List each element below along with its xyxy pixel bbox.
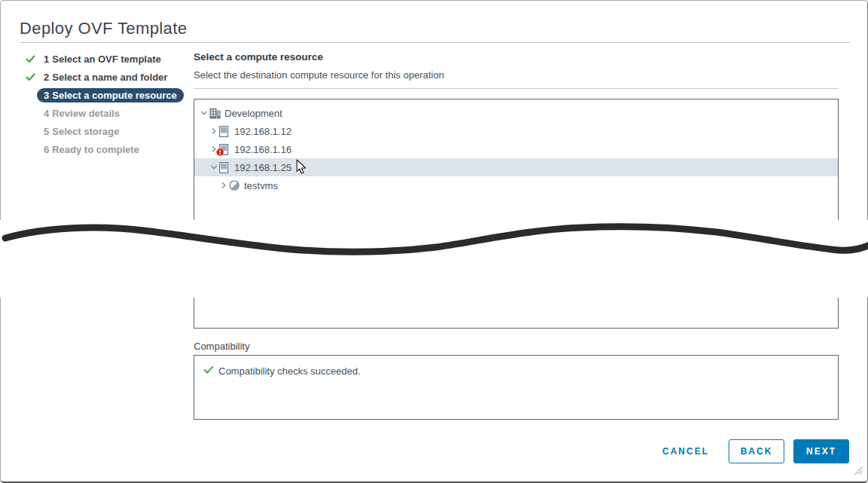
compatibility-label: Compatibility: [194, 341, 249, 352]
content-heading: Select a compute resource: [194, 51, 323, 63]
resource-pool-icon: [229, 180, 242, 191]
wizard-footer: CANCEL BACK NEXT: [652, 439, 849, 463]
active-step-pill: 3Select a compute resource: [37, 88, 184, 102]
cursor-arrow-icon: [296, 159, 308, 179]
tree-node-label: Development: [225, 108, 283, 119]
cancel-button[interactable]: CANCEL: [652, 439, 720, 463]
back-button[interactable]: BACK: [729, 439, 784, 463]
next-button[interactable]: NEXT: [793, 439, 849, 463]
step-number: 3: [44, 90, 49, 101]
compatibility-panel: Compatibility checks succeeded.: [194, 355, 839, 420]
wizard-step-select-name-folder[interactable]: 2Select a name and folder: [26, 68, 188, 86]
step-number: 6: [44, 144, 49, 155]
check-icon: [203, 365, 214, 377]
check-icon: [26, 73, 37, 81]
step-number: 5: [44, 126, 49, 137]
tree-node-label: testvms: [244, 180, 278, 191]
step-number: 2: [44, 72, 49, 83]
step-number: 1: [44, 53, 49, 65]
wizard-step-ready-to-complete: 6Ready to complete: [26, 140, 188, 158]
content-divider: [194, 88, 839, 89]
title-divider: [20, 42, 850, 43]
wizard-step-select-ovf-template[interactable]: 1Select an OVF template: [26, 50, 188, 68]
step-label: Ready to complete: [52, 144, 139, 155]
host-icon: [219, 126, 232, 137]
wizard-step-review-details: 4Review details: [26, 104, 188, 122]
step-label: Select an OVF template: [52, 53, 161, 65]
datacenter-icon: [209, 108, 222, 119]
host-icon: [219, 144, 232, 155]
content-subheading: Select the destination compute resource …: [194, 69, 444, 81]
tree-row-host-192-168-1-16[interactable]: 192.168.1.16: [194, 140, 838, 158]
tree-row-resource-pool-testvms[interactable]: testvms: [194, 176, 838, 194]
compute-resource-tree: Development 192.168.1.12: [194, 99, 838, 194]
tree-row-development[interactable]: Development: [194, 104, 838, 122]
screenshot-cut-squiggle: [1, 218, 868, 263]
chevron-down-icon[interactable]: [199, 109, 209, 117]
chevron-right-icon[interactable]: [219, 182, 229, 189]
step-label: Select storage: [52, 126, 119, 137]
tree-node-label: 192.168.1.25: [234, 162, 292, 173]
tree-row-host-192-168-1-12[interactable]: 192.168.1.12: [194, 122, 838, 140]
deploy-ovf-template-dialog: Deploy OVF Template 1Select an OVF templ…: [0, 0, 868, 483]
check-icon: [26, 55, 37, 63]
step-number: 4: [44, 108, 49, 119]
chevron-right-icon[interactable]: [209, 127, 219, 135]
step-label: Review details: [52, 108, 120, 119]
page-title: Deploy OVF Template: [20, 19, 187, 38]
tree-row-host-192-168-1-25[interactable]: 192.168.1.25: [194, 158, 838, 176]
host-icon: [219, 162, 232, 173]
resize-grip-icon[interactable]: [854, 464, 863, 478]
error-badge-icon: [216, 147, 224, 158]
chevron-down-icon[interactable]: [209, 164, 219, 171]
wizard-step-list: 1Select an OVF template 2Select a name a…: [26, 50, 188, 158]
step-label: Select a compute resource: [52, 90, 176, 101]
wizard-step-select-compute-resource[interactable]: 3Select a compute resource: [26, 86, 188, 104]
tree-node-label: 192.168.1.16: [234, 144, 292, 155]
wizard-step-select-storage: 5Select storage: [26, 122, 188, 140]
tree-node-label: 192.168.1.12: [234, 126, 292, 137]
step-label: Select a name and folder: [52, 72, 167, 83]
compatibility-message: Compatibility checks succeeded.: [219, 365, 361, 377]
